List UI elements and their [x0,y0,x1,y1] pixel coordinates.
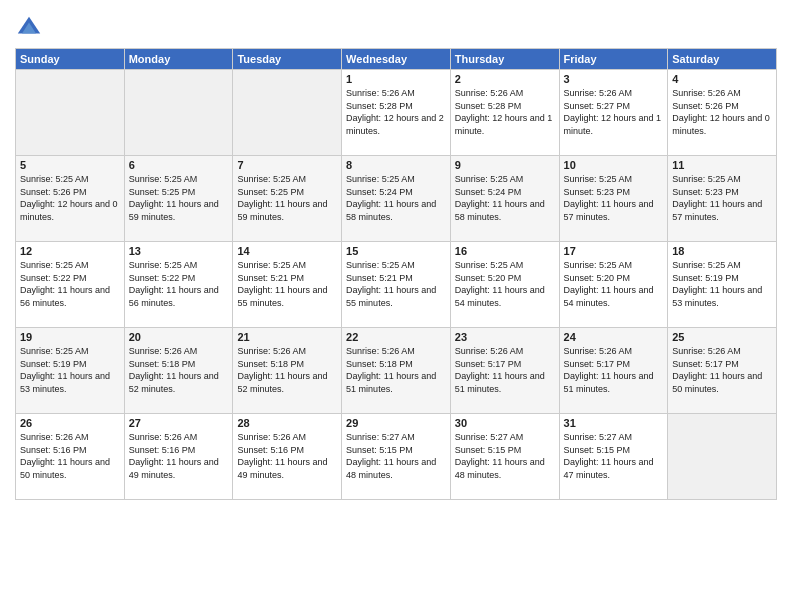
week-row-3: 12Sunrise: 5:25 AMSunset: 5:22 PMDayligh… [16,242,777,328]
sunrise-text: Sunrise: 5:25 AM [564,260,633,270]
sunrise-text: Sunrise: 5:27 AM [564,432,633,442]
daylight-text: Daylight: 11 hours and 50 minutes. [672,371,762,394]
week-row-2: 5Sunrise: 5:25 AMSunset: 5:26 PMDaylight… [16,156,777,242]
sunset-text: Sunset: 5:19 PM [672,273,739,283]
calendar-cell: 22Sunrise: 5:26 AMSunset: 5:18 PMDayligh… [342,328,451,414]
day-number: 17 [564,245,664,257]
daylight-text: Daylight: 12 hours and 1 minute. [564,113,662,136]
calendar-cell: 26Sunrise: 5:26 AMSunset: 5:16 PMDayligh… [16,414,125,500]
col-header-sunday: Sunday [16,49,125,70]
day-number: 8 [346,159,446,171]
day-number: 18 [672,245,772,257]
sunrise-text: Sunrise: 5:27 AM [346,432,415,442]
daylight-text: Daylight: 11 hours and 49 minutes. [129,457,219,480]
sunrise-text: Sunrise: 5:25 AM [455,174,524,184]
sunset-text: Sunset: 5:26 PM [672,101,739,111]
sunrise-text: Sunrise: 5:27 AM [455,432,524,442]
daylight-text: Daylight: 12 hours and 1 minute. [455,113,553,136]
calendar-cell: 7Sunrise: 5:25 AMSunset: 5:25 PMDaylight… [233,156,342,242]
sunset-text: Sunset: 5:25 PM [129,187,196,197]
calendar-cell: 11Sunrise: 5:25 AMSunset: 5:23 PMDayligh… [668,156,777,242]
sunset-text: Sunset: 5:20 PM [455,273,522,283]
calendar-cell: 24Sunrise: 5:26 AMSunset: 5:17 PMDayligh… [559,328,668,414]
calendar-cell: 20Sunrise: 5:26 AMSunset: 5:18 PMDayligh… [124,328,233,414]
daylight-text: Daylight: 11 hours and 51 minutes. [564,371,654,394]
day-number: 30 [455,417,555,429]
sunrise-text: Sunrise: 5:26 AM [672,346,741,356]
sunrise-text: Sunrise: 5:25 AM [129,174,198,184]
calendar-cell [668,414,777,500]
sunset-text: Sunset: 5:16 PM [237,445,304,455]
col-header-saturday: Saturday [668,49,777,70]
header [15,10,777,42]
day-number: 5 [20,159,120,171]
calendar-cell: 29Sunrise: 5:27 AMSunset: 5:15 PMDayligh… [342,414,451,500]
calendar-cell: 17Sunrise: 5:25 AMSunset: 5:20 PMDayligh… [559,242,668,328]
sunset-text: Sunset: 5:18 PM [237,359,304,369]
day-number: 13 [129,245,229,257]
page-container: SundayMondayTuesdayWednesdayThursdayFrid… [0,0,792,505]
day-number: 24 [564,331,664,343]
daylight-text: Daylight: 11 hours and 55 minutes. [346,285,436,308]
sunset-text: Sunset: 5:24 PM [455,187,522,197]
calendar-table: SundayMondayTuesdayWednesdayThursdayFrid… [15,48,777,500]
sunset-text: Sunset: 5:18 PM [346,359,413,369]
sunset-text: Sunset: 5:23 PM [564,187,631,197]
sunrise-text: Sunrise: 5:25 AM [237,174,306,184]
sunrise-text: Sunrise: 5:26 AM [672,88,741,98]
daylight-text: Daylight: 12 hours and 0 minutes. [20,199,118,222]
sunset-text: Sunset: 5:25 PM [237,187,304,197]
calendar-cell: 5Sunrise: 5:25 AMSunset: 5:26 PMDaylight… [16,156,125,242]
week-row-5: 26Sunrise: 5:26 AMSunset: 5:16 PMDayligh… [16,414,777,500]
sunrise-text: Sunrise: 5:26 AM [129,346,198,356]
calendar-cell: 23Sunrise: 5:26 AMSunset: 5:17 PMDayligh… [450,328,559,414]
calendar-cell: 19Sunrise: 5:25 AMSunset: 5:19 PMDayligh… [16,328,125,414]
calendar-cell: 21Sunrise: 5:26 AMSunset: 5:18 PMDayligh… [233,328,342,414]
day-number: 21 [237,331,337,343]
sunrise-text: Sunrise: 5:25 AM [129,260,198,270]
day-number: 26 [20,417,120,429]
sunset-text: Sunset: 5:19 PM [20,359,87,369]
sunset-text: Sunset: 5:17 PM [672,359,739,369]
sunrise-text: Sunrise: 5:25 AM [20,174,89,184]
calendar-cell: 31Sunrise: 5:27 AMSunset: 5:15 PMDayligh… [559,414,668,500]
sunrise-text: Sunrise: 5:25 AM [20,260,89,270]
col-header-monday: Monday [124,49,233,70]
day-number: 29 [346,417,446,429]
day-number: 4 [672,73,772,85]
calendar-cell [233,70,342,156]
daylight-text: Daylight: 11 hours and 48 minutes. [346,457,436,480]
daylight-text: Daylight: 11 hours and 51 minutes. [346,371,436,394]
daylight-text: Daylight: 11 hours and 57 minutes. [564,199,654,222]
daylight-text: Daylight: 11 hours and 47 minutes. [564,457,654,480]
sunset-text: Sunset: 5:21 PM [237,273,304,283]
calendar-cell: 9Sunrise: 5:25 AMSunset: 5:24 PMDaylight… [450,156,559,242]
daylight-text: Daylight: 11 hours and 58 minutes. [346,199,436,222]
sunrise-text: Sunrise: 5:26 AM [564,346,633,356]
sunrise-text: Sunrise: 5:26 AM [346,88,415,98]
daylight-text: Daylight: 12 hours and 2 minutes. [346,113,444,136]
day-number: 3 [564,73,664,85]
daylight-text: Daylight: 11 hours and 59 minutes. [129,199,219,222]
daylight-text: Daylight: 11 hours and 52 minutes. [129,371,219,394]
sunset-text: Sunset: 5:27 PM [564,101,631,111]
sunrise-text: Sunrise: 5:25 AM [672,260,741,270]
sunrise-text: Sunrise: 5:25 AM [672,174,741,184]
daylight-text: Daylight: 11 hours and 54 minutes. [455,285,545,308]
day-number: 20 [129,331,229,343]
calendar-cell: 27Sunrise: 5:26 AMSunset: 5:16 PMDayligh… [124,414,233,500]
day-number: 15 [346,245,446,257]
sunrise-text: Sunrise: 5:26 AM [455,346,524,356]
calendar-cell: 6Sunrise: 5:25 AMSunset: 5:25 PMDaylight… [124,156,233,242]
sunset-text: Sunset: 5:18 PM [129,359,196,369]
sunrise-text: Sunrise: 5:25 AM [564,174,633,184]
day-number: 23 [455,331,555,343]
col-header-thursday: Thursday [450,49,559,70]
calendar-cell: 30Sunrise: 5:27 AMSunset: 5:15 PMDayligh… [450,414,559,500]
calendar-cell [124,70,233,156]
day-number: 25 [672,331,772,343]
sunrise-text: Sunrise: 5:26 AM [564,88,633,98]
daylight-text: Daylight: 11 hours and 48 minutes. [455,457,545,480]
sunset-text: Sunset: 5:15 PM [455,445,522,455]
daylight-text: Daylight: 11 hours and 50 minutes. [20,457,110,480]
